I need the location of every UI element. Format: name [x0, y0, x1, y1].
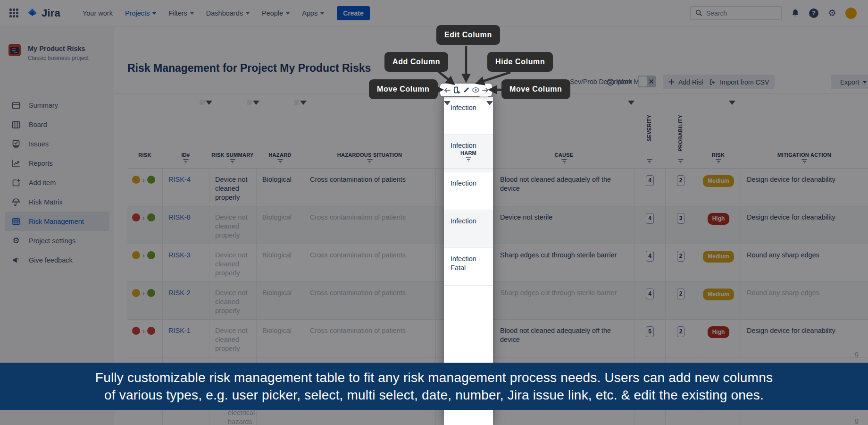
risk-badge[interactable]: High [708, 326, 730, 338]
hazard-cell[interactable]: Biological [256, 206, 304, 244]
cause-cell[interactable]: Sharp edges cut through sterile barrier [494, 282, 634, 319]
hazard-cell[interactable]: Biological [256, 282, 304, 319]
summary-cell[interactable]: Device not cleaned properly [209, 244, 256, 281]
risk-badge[interactable]: High [708, 213, 730, 225]
issue-link[interactable]: RISK-1 [168, 327, 191, 334]
situation-cell[interactable]: Cross contamination of patients [304, 169, 435, 206]
nav-item-your-work[interactable]: Your work [83, 9, 113, 17]
settings-button[interactable]: ⚙ [827, 8, 837, 18]
header-hazard: HAZARD [256, 114, 304, 168]
sidebar-item-issues[interactable]: Issues [5, 134, 109, 153]
situation-cell[interactable]: Cross contamination of patients [304, 282, 435, 319]
cause-cell[interactable]: Device not sterile [494, 206, 634, 244]
filter-icon[interactable] [561, 157, 567, 166]
severity-value[interactable]: 4 [646, 175, 654, 186]
severity-value[interactable]: 4 [646, 251, 654, 262]
filter-icon[interactable] [801, 157, 808, 166]
issue-link[interactable]: RISK-4 [168, 176, 191, 183]
risk-status-cell[interactable] [127, 206, 162, 244]
risk-status-cell[interactable] [127, 320, 162, 357]
mitigation-cell[interactable]: Design device for cleanability [741, 320, 868, 357]
filter-icon[interactable] [647, 157, 653, 166]
sidebar-item-reports[interactable]: Reports [5, 153, 109, 173]
nav-item-apps[interactable]: Apps [302, 9, 324, 17]
filter-icon[interactable] [677, 157, 684, 166]
project-type: Classic business project [28, 55, 89, 61]
app-switcher-icon[interactable] [9, 8, 18, 17]
issue-link[interactable]: RISK-2 [168, 289, 191, 297]
summary-cell[interactable]: Device not cleaned properly [209, 320, 256, 357]
sidebar-item-board[interactable]: Board [5, 115, 109, 134]
mitigation-cell[interactable]: Design device for cleanability [741, 206, 868, 244]
import-from-csv-button[interactable]: Import from CSV [703, 75, 775, 89]
probability-value[interactable]: 2 [677, 326, 685, 337]
situation-cell[interactable]: Cross contamination of patients [304, 320, 435, 357]
filter-icon[interactable] [183, 157, 189, 166]
nav-item-dashboards[interactable]: Dashboards [206, 9, 250, 17]
cause-cell[interactable]: Sharp edges cut through sterile barrier [494, 244, 634, 281]
filter-icon[interactable] [230, 157, 236, 166]
probability-value[interactable]: 3 [677, 213, 685, 224]
help-button[interactable]: ? [809, 8, 819, 18]
severity-value[interactable]: 4 [646, 289, 654, 299]
sidebar-item-summary[interactable]: Summary [5, 95, 109, 115]
sidebar-item-risk-matrix[interactable]: Risk Matrix [5, 192, 109, 212]
hazard-cell[interactable]: Biological [256, 169, 304, 206]
export-button[interactable]: Export [831, 75, 868, 89]
info-icon[interactable] [607, 78, 614, 86]
severity-value[interactable]: 4 [646, 213, 654, 224]
summary-cell[interactable]: Device not cleaned properly [209, 206, 256, 244]
probability-value[interactable]: 2 [677, 175, 685, 186]
probability-value[interactable]: 2 [677, 289, 685, 299]
filter-icon[interactable] [466, 155, 472, 164]
column-dropdown-caret[interactable] [729, 101, 735, 105]
risk-status-cell[interactable] [127, 244, 162, 281]
harm-cell[interactable]: Infection [444, 210, 493, 248]
summary-cell[interactable]: Device not cleaned properly [209, 169, 256, 206]
gear-icon: ⚙ [828, 8, 836, 17]
mitigation-cell[interactable]: Round any sharp edges [741, 282, 868, 319]
risk-badge[interactable]: Medium [703, 251, 734, 263]
jira-logo[interactable]: Jira [27, 7, 60, 19]
nav-item-people[interactable]: People [262, 9, 290, 17]
risk-badge[interactable]: Medium [703, 175, 734, 187]
issue-link[interactable]: RISK-8 [168, 213, 191, 221]
work-mode-toggle[interactable] [638, 76, 656, 87]
nav-item-filters[interactable]: Filters [168, 9, 193, 17]
nav-item-projects[interactable]: Projects [125, 9, 156, 17]
risk-badge[interactable]: Medium [703, 289, 734, 300]
situation-cell[interactable]: Cross contamination of patients [304, 206, 435, 244]
sidebar-item-add-item[interactable]: Add item [5, 173, 109, 192]
filter-icon[interactable] [277, 157, 283, 166]
user-avatar[interactable] [845, 8, 857, 19]
column-dropdown-caret[interactable] [253, 101, 259, 105]
harm-cell[interactable]: Infection [444, 172, 493, 210]
hazard-cell[interactable]: Biological [256, 320, 304, 357]
sidebar-item-risk-management[interactable]: Risk Management [5, 212, 109, 231]
mitigation-cell[interactable]: Design device for cleanability [741, 169, 868, 206]
search-input[interactable]: Search [690, 6, 782, 20]
harm-cell[interactable]: Infection - Fatal [444, 248, 493, 286]
risk-status-cell[interactable] [127, 282, 162, 319]
cause-cell[interactable]: Blood not cleaned adequately off the dev… [494, 320, 634, 357]
sidebar-item-project-settings[interactable]: ⚙ Project settings [5, 231, 109, 250]
project-header[interactable]: My Product Risks Classic business projec… [8, 44, 89, 61]
probability-value[interactable]: 2 [677, 251, 685, 262]
sidebar-item-give-feedback[interactable]: Give feedback [5, 250, 109, 270]
issue-link[interactable]: RISK-3 [168, 251, 191, 259]
column-dropdown-caret[interactable] [300, 101, 307, 105]
severity-value[interactable]: 5 [646, 326, 654, 337]
notifications-button[interactable] [790, 8, 801, 18]
hazard-cell[interactable]: Biological [256, 244, 304, 281]
column-dropdown-caret[interactable] [206, 101, 212, 105]
create-button[interactable]: Create [337, 6, 370, 20]
filter-icon[interactable] [367, 157, 373, 166]
mitigation-cell[interactable]: Round any sharp edges [741, 244, 868, 281]
column-dropdown-caret[interactable] [628, 101, 634, 105]
cause-cell[interactable]: Blood not cleaned adequately off the dev… [494, 169, 634, 206]
risk-status-cell[interactable] [127, 169, 162, 206]
summary-cell[interactable]: Device not cleaned properly [209, 282, 256, 319]
summary-icon [11, 101, 21, 110]
situation-cell[interactable]: Cross contamination of patients [304, 244, 435, 281]
filter-icon[interactable] [715, 157, 721, 166]
